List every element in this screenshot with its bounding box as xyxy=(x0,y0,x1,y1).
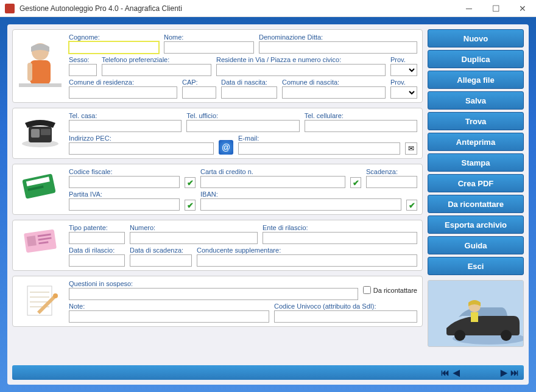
minimize-button[interactable]: ─ xyxy=(456,0,482,17)
label-data-scadenza: Data di scadenza: xyxy=(130,247,192,254)
label-partita-iva: Partita IVA: xyxy=(69,191,180,198)
label-cap: CAP: xyxy=(182,79,216,86)
esporta-archivio-button[interactable]: Esporta archivio xyxy=(428,215,524,234)
label-data-nascita: Data di nascita: xyxy=(221,79,277,86)
input-residente[interactable] xyxy=(216,64,386,76)
input-tel-casa[interactable] xyxy=(69,120,182,132)
label-carta-credito: Carta di credito n. xyxy=(200,168,345,175)
input-partita-iva[interactable] xyxy=(69,198,180,211)
label-comune-res: Comune di residenza: xyxy=(69,79,177,86)
salva-button[interactable]: Salva xyxy=(428,91,524,110)
label-tipo-patente: Tipo patente: xyxy=(69,224,125,231)
input-pec[interactable] xyxy=(69,142,214,155)
input-codice-univoco[interactable] xyxy=(274,310,417,323)
label-tel-cell: Tel. cellulare: xyxy=(305,112,417,119)
label-tel-ufficio: Tel. ufficio: xyxy=(186,112,299,119)
input-sesso[interactable] xyxy=(69,64,97,76)
svg-point-26 xyxy=(501,330,512,341)
panel-license: Tipo patente: Numero: Ente di rilascio: xyxy=(12,220,423,271)
label-note: Note: xyxy=(69,303,269,310)
svg-rect-8 xyxy=(41,129,51,135)
check-iban[interactable]: ✔ xyxy=(406,200,417,211)
email-icon: @ xyxy=(219,140,233,155)
input-email[interactable] xyxy=(238,142,400,155)
check-codice-fiscale[interactable]: ✔ xyxy=(185,177,196,188)
label-tel-casa: Tel. casa: xyxy=(69,112,182,119)
panel-notes: Questioni in sospeso: Da ricontattare No… xyxy=(12,276,423,327)
svg-rect-4 xyxy=(19,83,62,87)
duplica-button[interactable]: Duplica xyxy=(428,50,524,68)
input-conducente-supp[interactable] xyxy=(197,254,417,267)
input-note[interactable] xyxy=(69,310,269,323)
svg-point-22 xyxy=(53,293,58,298)
anteprima-button[interactable]: Anteprima xyxy=(428,133,524,151)
input-scadenza[interactable] xyxy=(366,176,417,188)
guida-button[interactable]: Guida xyxy=(428,236,524,254)
crea-pdf-button[interactable]: Crea PDF xyxy=(428,174,524,192)
car-image xyxy=(428,280,524,347)
trova-button[interactable]: Trova xyxy=(428,112,524,130)
input-tel-ufficio[interactable] xyxy=(186,120,299,132)
svg-rect-28 xyxy=(471,312,478,322)
svg-point-25 xyxy=(454,330,465,341)
input-data-nascita[interactable] xyxy=(221,86,277,99)
input-codice-fiscale[interactable] xyxy=(69,176,180,188)
label-scadenza: Scadenza: xyxy=(366,168,417,175)
label-da-ricontattare-chk: Da ricontattare xyxy=(373,287,417,294)
person-image xyxy=(18,33,63,99)
input-numero[interactable] xyxy=(130,232,258,244)
label-codice-univoco: Codice Univoco (attribuito da SdI): xyxy=(274,303,417,310)
input-nome[interactable] xyxy=(164,41,254,54)
allega-file-button[interactable]: Allega file xyxy=(428,71,524,89)
label-data-rilascio: Data di rilascio: xyxy=(69,247,125,254)
input-telefono-pref[interactable] xyxy=(102,64,211,76)
label-codice-fiscale: Codice fiscale: xyxy=(69,168,180,175)
checkbox-da-ricontattare[interactable] xyxy=(363,286,371,294)
input-data-rilascio[interactable] xyxy=(69,254,125,267)
nav-prev-icon[interactable]: ◀ xyxy=(451,368,462,377)
input-ente[interactable] xyxy=(263,232,417,244)
close-button[interactable]: ✕ xyxy=(509,0,536,17)
label-conducente-supp: Conducente supplementare: xyxy=(197,247,417,254)
card-image xyxy=(18,168,63,211)
input-comune-res[interactable] xyxy=(69,86,177,99)
panel-personal: Cognome: Nome: Denominazione Ditta: xyxy=(12,29,423,103)
input-iban[interactable] xyxy=(200,198,401,211)
input-data-scadenza[interactable] xyxy=(130,254,192,267)
label-telefono-pref: Telefono preferenziale: xyxy=(102,56,211,63)
nuovo-button[interactable]: Nuovo xyxy=(428,29,524,47)
input-tel-cell[interactable] xyxy=(305,120,417,132)
da-ricontattare-button[interactable]: Da ricontattare xyxy=(428,195,524,213)
check-partita-iva[interactable]: ✔ xyxy=(185,200,196,211)
input-cap[interactable] xyxy=(182,86,216,99)
nav-last-icon[interactable]: ⏭ xyxy=(509,368,520,377)
input-carta-credito[interactable] xyxy=(200,176,345,188)
app-icon xyxy=(5,4,15,13)
titlebar: Gestione Autonoleggio Pro 4.0 - Anagrafi… xyxy=(0,0,536,17)
stampa-button[interactable]: Stampa xyxy=(428,153,524,172)
phone-image xyxy=(18,112,63,155)
input-cognome[interactable] xyxy=(69,41,159,54)
label-prov2: Prov. xyxy=(390,79,417,86)
label-email: E-mail: xyxy=(238,135,400,142)
email-button[interactable]: ✉ xyxy=(405,142,417,155)
nav-first-icon[interactable]: ⏮ xyxy=(440,368,451,377)
select-prov2[interactable] xyxy=(390,86,417,99)
label-cognome: Cognome: xyxy=(69,33,159,41)
svg-rect-7 xyxy=(31,129,40,138)
label-numero: Numero: xyxy=(130,224,258,231)
maximize-button[interactable]: ☐ xyxy=(482,0,509,17)
label-prov1: Prov. xyxy=(390,56,417,63)
select-prov1[interactable] xyxy=(390,64,417,76)
esci-button[interactable]: Esci xyxy=(428,257,524,275)
input-comune-nascita[interactable] xyxy=(282,86,386,99)
nav-bar: ⏮ ◀ ▶ ⏭ xyxy=(12,365,524,380)
svg-rect-3 xyxy=(27,63,32,81)
nav-next-icon[interactable]: ▶ xyxy=(498,368,509,377)
input-tipo-patente[interactable] xyxy=(69,232,125,244)
input-questioni[interactable] xyxy=(69,288,358,300)
input-denominazione[interactable] xyxy=(259,41,417,54)
sidebar: Nuovo Duplica Allega file Salva Trova An… xyxy=(428,29,524,362)
label-nome: Nome: xyxy=(164,33,254,41)
check-carta-credito[interactable]: ✔ xyxy=(350,177,361,188)
